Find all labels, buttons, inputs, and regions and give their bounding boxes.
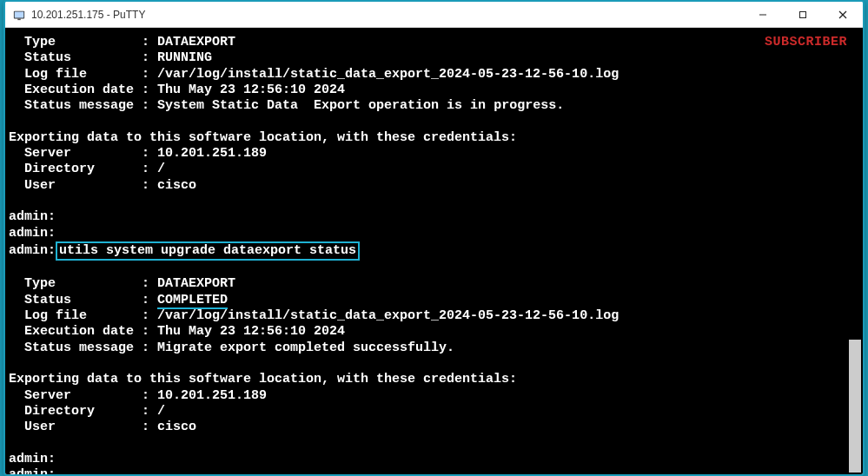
label-type: Type xyxy=(24,35,56,50)
value-status-2: COMPLETED xyxy=(157,293,228,309)
value-statusmsg-2: Migrate export completed successfully. xyxy=(157,340,454,355)
label-server: Server xyxy=(24,146,71,161)
export-header: Exporting data to this software location… xyxy=(9,130,517,145)
value-execdate: Thu May 23 12:56:10 2024 xyxy=(157,83,345,97)
value-user: cisco xyxy=(157,178,196,193)
label-server-2: Server xyxy=(24,388,71,403)
scrollbar-thumb[interactable] xyxy=(849,340,861,473)
label-execdate: Execution date xyxy=(24,83,134,97)
admin-prompt: admin: xyxy=(9,467,56,474)
admin-prompt: admin: xyxy=(9,209,56,224)
value-execdate-2: Thu May 23 12:56:10 2024 xyxy=(157,324,345,339)
value-server-2: 10.201.251.189 xyxy=(157,388,267,403)
titlebar: 10.201.251.175 - PuTTY xyxy=(5,2,863,28)
minimize-button[interactable] xyxy=(743,2,783,27)
label-statusmsg-2: Status message xyxy=(24,340,134,355)
value-directory-2: / xyxy=(157,404,165,419)
label-logfile: Log file xyxy=(24,67,87,82)
value-logfile: /var/log/install/static_data_export_2024… xyxy=(157,67,619,82)
export-header-2: Exporting data to this software location… xyxy=(9,372,517,387)
label-execdate-2: Execution date xyxy=(24,324,134,339)
admin-prompt: admin: xyxy=(9,452,56,466)
label-statusmsg: Status message xyxy=(24,98,134,113)
label-status-2: Status xyxy=(24,293,71,307)
label-status: Status xyxy=(24,50,71,65)
putty-icon xyxy=(12,8,26,22)
subscriber-watermark: SUBSCRIBER xyxy=(765,35,847,50)
maximize-button[interactable] xyxy=(783,2,823,27)
admin-prompt: admin: xyxy=(9,226,56,241)
putty-window: 10.201.251.175 - PuTTY SUBSCRIBER Type :… xyxy=(3,0,865,476)
label-type-2: Type xyxy=(24,276,56,291)
value-logfile-2: /var/log/install/static_data_export_2024… xyxy=(157,308,619,323)
value-server: 10.201.251.189 xyxy=(157,146,267,161)
terminal-scrollbar[interactable] xyxy=(849,30,861,473)
label-user: User xyxy=(24,178,56,193)
value-statusmsg: System Static Data Export operation is i… xyxy=(157,98,564,113)
svg-rect-1 xyxy=(15,11,24,17)
label-user-2: User xyxy=(24,420,56,434)
value-user-2: cisco xyxy=(157,420,196,434)
window-controls xyxy=(743,2,863,27)
terminal[interactable]: SUBSCRIBER Type : DATAEXPORT Status : RU… xyxy=(5,28,863,474)
close-button[interactable] xyxy=(823,2,863,27)
value-status: RUNNING xyxy=(157,50,212,65)
svg-rect-4 xyxy=(800,11,806,17)
label-logfile-2: Log file xyxy=(24,308,87,323)
svg-rect-2 xyxy=(17,18,21,20)
label-directory: Directory xyxy=(24,162,95,176)
label-directory-2: Directory xyxy=(24,404,95,419)
value-type: DATAEXPORT xyxy=(157,35,235,50)
command-highlight-box: utils system upgrade dataexport status xyxy=(56,241,360,261)
value-type-2: DATAEXPORT xyxy=(157,276,235,291)
command-text: utils system upgrade dataexport status xyxy=(59,243,356,258)
admin-prompt: admin: xyxy=(9,243,56,258)
window-title: 10.201.251.175 - PuTTY xyxy=(31,9,743,21)
value-directory: / xyxy=(157,162,165,176)
